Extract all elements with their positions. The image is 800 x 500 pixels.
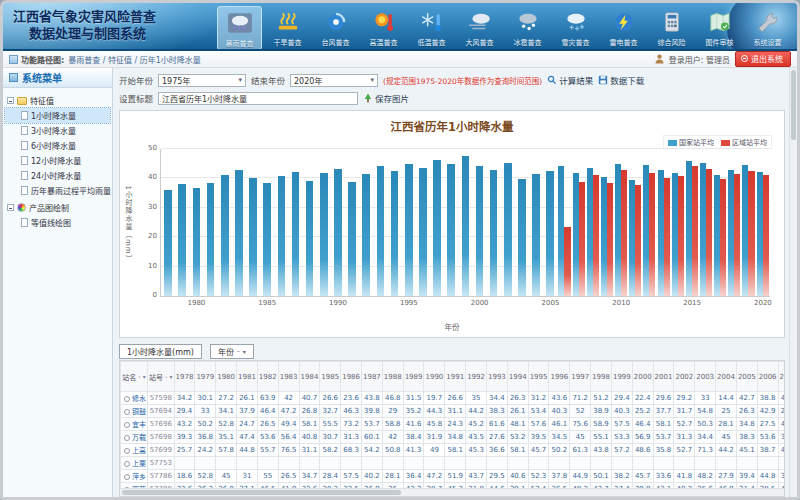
radio-icon[interactable]	[124, 474, 130, 480]
bar-group-2015[interactable]	[685, 149, 699, 296]
bar-group-2016[interactable]	[699, 149, 713, 296]
bar-group-1996[interactable]	[416, 149, 430, 296]
toolbar-item-hail[interactable]: 冰雹普查	[505, 6, 550, 50]
year-column-header[interactable]: 2007	[778, 362, 785, 392]
year-column-header[interactable]: 1980	[216, 362, 237, 392]
year-filter-dropdown[interactable]: 年份-▾	[210, 344, 254, 359]
bar-national[interactable]	[221, 175, 229, 296]
year-column-header[interactable]: 1990	[424, 362, 445, 392]
bar-regional[interactable]	[748, 171, 754, 296]
year-column-header[interactable]: 1986	[341, 362, 362, 392]
breadcrumb[interactable]: 暴雨普查 / 特征值 / 历年1小时降水量	[68, 54, 201, 65]
bar-national[interactable]	[391, 171, 399, 296]
bar-national[interactable]	[462, 156, 470, 296]
sidebar-item-1小时降水量[interactable]: 1小时降水量	[5, 108, 110, 123]
year-column-header[interactable]: 1995	[528, 362, 549, 392]
toolbar-item-lightning[interactable]: 雷电普查	[601, 6, 646, 50]
sidebar-item-等值线绘图[interactable]: 等值线绘图	[5, 215, 110, 230]
data-download-button[interactable]: 数据下载	[598, 74, 644, 86]
year-column-header[interactable]: 1992	[466, 362, 487, 392]
bar-regional[interactable]	[593, 175, 599, 296]
bar-national[interactable]	[193, 188, 201, 296]
bar-group-1997[interactable]	[430, 149, 444, 296]
bar-group-2003[interactable]	[515, 149, 529, 296]
bar-regional[interactable]	[706, 169, 712, 296]
bar-group-1992[interactable]	[359, 149, 373, 296]
bar-regional[interactable]	[664, 178, 670, 296]
bar-regional[interactable]	[720, 179, 726, 296]
toolbar-item-low-temp[interactable]: 低温普查	[409, 6, 454, 50]
station-name-cell[interactable]: 修水	[121, 392, 148, 405]
year-column-header[interactable]: 1993	[486, 362, 507, 392]
station-name-cell[interactable]: 萍乡	[121, 470, 148, 483]
toolbar-item-typhoon[interactable]: 台风普查	[313, 6, 358, 50]
year-column-header[interactable]: 1983	[278, 362, 299, 392]
radio-icon[interactable]	[124, 422, 130, 428]
start-year-select[interactable]: 1975年▾	[158, 74, 246, 87]
bar-national[interactable]	[546, 171, 554, 296]
toolbar-item-snow[interactable]: 雪灾普查	[553, 6, 598, 50]
year-column-header[interactable]: 1994	[507, 362, 528, 392]
bar-group-1978[interactable]	[161, 149, 175, 296]
bar-group-1986[interactable]	[274, 149, 288, 296]
station-name-cell[interactable]: 上栗	[121, 457, 148, 470]
expander-icon[interactable]	[7, 204, 14, 211]
bar-national[interactable]	[263, 183, 271, 296]
bar-national[interactable]	[278, 176, 286, 296]
sidebar-group[interactable]: 产品图绘制	[5, 200, 110, 215]
bar-regional[interactable]	[763, 175, 769, 296]
bar-national[interactable]	[292, 172, 300, 296]
bar-group-1989[interactable]	[317, 149, 331, 296]
bar-national[interactable]	[235, 170, 243, 296]
bar-national[interactable]	[178, 184, 186, 296]
bar-national[interactable]	[207, 183, 215, 296]
toolbar-item-risk-calc[interactable]: 综合风险	[649, 6, 694, 50]
year-column-header[interactable]: 1988	[382, 362, 403, 392]
year-column-header[interactable]: 1998	[591, 362, 612, 392]
bar-group-1980[interactable]	[189, 149, 203, 296]
bar-group-1987[interactable]	[288, 149, 302, 296]
bar-group-2011[interactable]	[628, 149, 642, 296]
bar-group-2013[interactable]	[656, 149, 670, 296]
year-column-header[interactable]: 2004	[716, 362, 737, 392]
year-column-header[interactable]: 1985	[320, 362, 341, 392]
year-column-header[interactable]: 2006	[757, 362, 778, 392]
legend-item-regional[interactable]: 区域站平均	[721, 137, 767, 147]
sidebar-item-12小时降水量[interactable]: 12小时降水量	[5, 153, 110, 168]
bar-regional[interactable]	[621, 170, 627, 296]
station-name-cell[interactable]: 宜丰	[121, 418, 148, 431]
bar-regional[interactable]	[734, 174, 740, 296]
save-image-button[interactable]: 保存图片	[363, 92, 409, 104]
bar-group-1993[interactable]	[373, 149, 387, 296]
bar-regional[interactable]	[564, 227, 570, 296]
bar-national[interactable]	[504, 163, 512, 296]
bar-group-1982[interactable]	[218, 149, 232, 296]
sidebar-item-6小时降水量[interactable]: 6小时降水量	[5, 138, 110, 153]
year-column-header[interactable]: 1978	[174, 362, 195, 392]
year-column-header[interactable]: 1997	[570, 362, 591, 392]
chart-title-input[interactable]	[158, 92, 358, 105]
bar-group-2005[interactable]	[543, 149, 557, 296]
toolbar-item-settings[interactable]: 系统设置	[745, 6, 790, 50]
year-column-header[interactable]: 2000	[632, 362, 653, 392]
bar-national[interactable]	[476, 166, 484, 296]
bar-group-1995[interactable]	[402, 149, 416, 296]
id-column-header[interactable]: 站号 -▾	[148, 362, 175, 392]
year-column-header[interactable]: 2001	[653, 362, 674, 392]
calc-result-button[interactable]: 计算结果	[547, 74, 593, 86]
bar-group-2017[interactable]	[713, 149, 727, 296]
radio-icon[interactable]	[124, 409, 130, 415]
bar-group-2000[interactable]	[472, 149, 486, 296]
sidebar-item-3小时降水量[interactable]: 3小时降水量	[5, 123, 110, 138]
bar-group-1999[interactable]	[458, 149, 472, 296]
scrollbar-thumb[interactable]	[791, 70, 796, 140]
horizontal-scrollbar[interactable]	[120, 488, 784, 496]
bar-national[interactable]	[362, 174, 370, 296]
bar-national[interactable]	[490, 170, 498, 296]
year-column-header[interactable]: 1982	[257, 362, 278, 392]
bar-national[interactable]	[405, 164, 413, 296]
bar-regional[interactable]	[607, 183, 613, 296]
scrollbar-thumb[interactable]	[122, 490, 401, 495]
bar-group-1988[interactable]	[303, 149, 317, 296]
year-column-header[interactable]: 1979	[195, 362, 216, 392]
